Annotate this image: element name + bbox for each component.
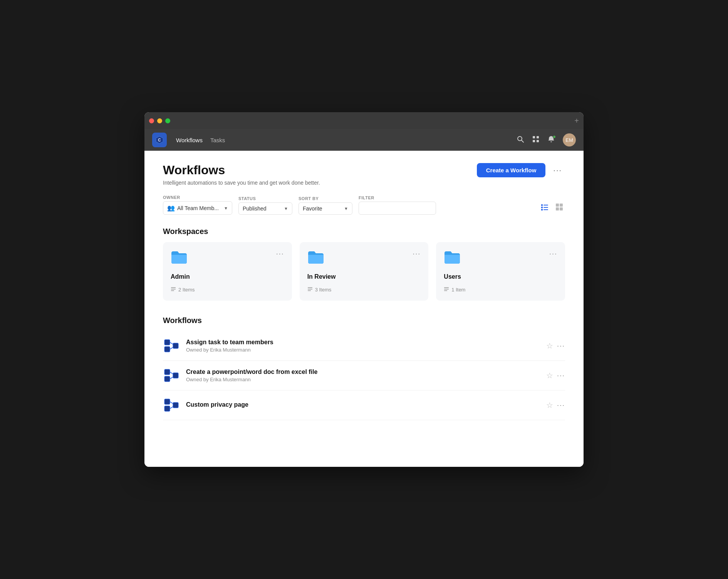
items-icon bbox=[171, 286, 176, 293]
workflow-owner-2: Owned by Erika Mustermann bbox=[186, 377, 546, 382]
users-card-menu-button[interactable]: ··· bbox=[549, 250, 557, 258]
create-workflow-button[interactable]: Create a Workflow bbox=[477, 163, 546, 177]
status-filter-select[interactable]: Published ▼ bbox=[238, 202, 292, 215]
workflow-name-1: Assign task to team members bbox=[186, 339, 546, 346]
maximize-button[interactable] bbox=[165, 118, 170, 123]
svg-rect-34 bbox=[173, 373, 178, 378]
svg-rect-7 bbox=[537, 140, 539, 142]
workflow-info-1: Assign task to team members Owned by Eri… bbox=[186, 339, 546, 353]
admin-workspace-items: 2 Items bbox=[171, 286, 284, 293]
app-logo[interactable]: C bbox=[152, 133, 167, 147]
sortby-chevron-icon: ▼ bbox=[344, 206, 348, 211]
svg-text:C: C bbox=[158, 138, 161, 142]
svg-rect-11 bbox=[543, 207, 548, 208]
owner-filter: OWNER 👥 All Team Memb... ▼ bbox=[163, 195, 232, 215]
sortby-value: Favorite bbox=[303, 205, 322, 212]
svg-rect-4 bbox=[533, 136, 535, 138]
in-review-items-count: 3 Items bbox=[315, 287, 332, 293]
svg-rect-9 bbox=[543, 205, 548, 205]
status-filter: STATUS Published ▼ bbox=[238, 196, 292, 215]
svg-line-35 bbox=[170, 372, 173, 374]
page-subtitle: Intelligent automations to save you time… bbox=[163, 180, 565, 186]
workflow-icon-1 bbox=[163, 337, 180, 354]
close-button[interactable] bbox=[149, 118, 154, 123]
header-actions: Create a Workflow ··· bbox=[477, 163, 565, 177]
title-bar: + bbox=[144, 112, 584, 129]
grid-view-button[interactable] bbox=[554, 201, 565, 215]
workflow-menu-button-2[interactable]: ··· bbox=[557, 372, 565, 380]
favorite-button-3[interactable]: ☆ bbox=[546, 401, 553, 410]
sortby-filter-select[interactable]: Favorite ▼ bbox=[299, 202, 352, 215]
items-icon-2 bbox=[307, 286, 313, 293]
users-workspace-items: 1 Item bbox=[444, 286, 557, 293]
workflow-menu-button-1[interactable]: ··· bbox=[557, 342, 565, 350]
workspace-card-admin[interactable]: ··· Admin 2 Items bbox=[163, 242, 292, 301]
list-view-button[interactable] bbox=[539, 201, 550, 215]
in-review-workspace-items: 3 Items bbox=[307, 286, 421, 293]
workflow-menu-button-3[interactable]: ··· bbox=[557, 401, 565, 409]
folder-icon bbox=[171, 250, 188, 268]
workflow-name-2: Create a powerpoint/word doc from excel … bbox=[186, 369, 546, 375]
list-item: Custom privacy page ☆ ··· bbox=[163, 390, 565, 420]
workflow-actions-1: ☆ ··· bbox=[546, 341, 565, 350]
page-header: Workflows Create a Workflow ··· bbox=[163, 163, 565, 177]
owner-filter-label: OWNER bbox=[163, 195, 232, 200]
svg-rect-38 bbox=[164, 406, 170, 411]
owner-value: All Team Memb... bbox=[177, 205, 219, 211]
svg-rect-39 bbox=[173, 402, 178, 408]
workspace-card-header: ··· bbox=[171, 250, 284, 268]
avatar[interactable]: EM bbox=[563, 133, 576, 146]
users-workspace-name: Users bbox=[444, 273, 557, 280]
in-review-workspace-name: In Review bbox=[307, 273, 421, 280]
admin-items-count: 2 Items bbox=[178, 287, 195, 293]
owner-filter-select[interactable]: 👥 All Team Memb... ▼ bbox=[163, 201, 232, 215]
workflow-actions-2: ☆ ··· bbox=[546, 371, 565, 380]
in-review-card-menu-button[interactable]: ··· bbox=[413, 250, 421, 258]
main-content: Workflows Create a Workflow ··· Intellig… bbox=[144, 151, 584, 467]
workflow-icon-3 bbox=[163, 397, 180, 414]
search-icon[interactable] bbox=[517, 135, 524, 145]
filter-input[interactable] bbox=[359, 202, 436, 215]
svg-rect-26 bbox=[444, 290, 447, 291]
svg-rect-32 bbox=[164, 369, 170, 375]
minimize-button[interactable] bbox=[157, 118, 162, 123]
sortby-filter-label: SORT BY bbox=[299, 196, 352, 201]
nav-workflows[interactable]: Workflows bbox=[176, 137, 203, 143]
svg-rect-37 bbox=[164, 399, 170, 404]
admin-workspace-name: Admin bbox=[171, 273, 284, 280]
workflow-info-2: Create a powerpoint/word doc from excel … bbox=[186, 369, 546, 382]
nav-right: EM bbox=[517, 133, 576, 146]
workspace-card-header-3: ··· bbox=[444, 250, 557, 268]
workspace-card-in-review[interactable]: ··· In Review 3 Items bbox=[300, 242, 429, 301]
svg-rect-14 bbox=[556, 204, 559, 207]
traffic-lights bbox=[149, 118, 170, 123]
filters-bar: OWNER 👥 All Team Memb... ▼ STATUS Publis… bbox=[163, 195, 565, 215]
notifications-icon[interactable] bbox=[547, 135, 555, 145]
grid-icon[interactable] bbox=[532, 135, 540, 145]
svg-rect-18 bbox=[171, 287, 176, 288]
owner-chevron-icon: ▼ bbox=[224, 206, 228, 210]
svg-rect-16 bbox=[556, 207, 559, 210]
favorite-button-2[interactable]: ☆ bbox=[546, 371, 553, 380]
items-icon-3 bbox=[444, 286, 449, 293]
svg-rect-24 bbox=[444, 287, 449, 288]
svg-rect-20 bbox=[171, 290, 174, 291]
workflow-actions-3: ☆ ··· bbox=[546, 401, 565, 410]
nav-bar: C Workflows Tasks bbox=[144, 129, 584, 151]
nav-links: Workflows Tasks bbox=[176, 137, 225, 143]
svg-rect-6 bbox=[533, 140, 535, 142]
favorite-button-1[interactable]: ☆ bbox=[546, 341, 553, 350]
workspace-card-header-2: ··· bbox=[307, 250, 421, 268]
text-filter: FILTER bbox=[359, 195, 436, 215]
workflow-icon-wrapper-2 bbox=[163, 367, 180, 384]
workspaces-section-title: Workspaces bbox=[163, 227, 565, 236]
page-more-button[interactable]: ··· bbox=[550, 164, 565, 176]
list-item: Create a powerpoint/word doc from excel … bbox=[163, 361, 565, 390]
new-tab-button[interactable]: + bbox=[574, 116, 579, 125]
svg-rect-33 bbox=[164, 376, 170, 382]
admin-card-menu-button[interactable]: ··· bbox=[276, 250, 284, 258]
filter-label: FILTER bbox=[359, 195, 436, 200]
nav-tasks[interactable]: Tasks bbox=[210, 137, 225, 143]
svg-rect-28 bbox=[164, 347, 170, 352]
workspace-card-users[interactable]: ··· Users 1 Item bbox=[436, 242, 565, 301]
